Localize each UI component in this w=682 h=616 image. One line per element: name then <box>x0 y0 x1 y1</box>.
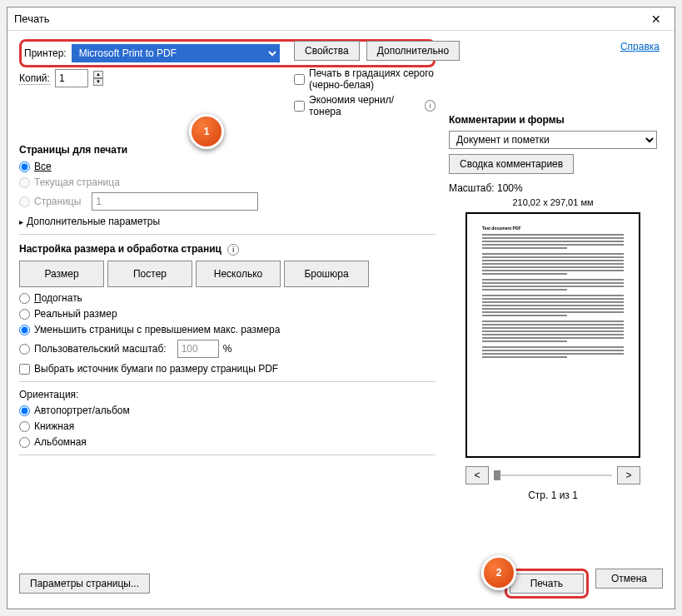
fit-radio[interactable] <box>19 293 30 304</box>
orient-landscape-radio[interactable] <box>19 437 30 448</box>
choose-source-label: Выбрать источник бумаги по размеру стран… <box>34 363 278 375</box>
cancel-button[interactable]: Отмена <box>595 569 663 589</box>
orient-portrait-radio[interactable] <box>19 421 30 432</box>
actual-radio[interactable] <box>19 309 30 320</box>
help-link[interactable]: Справка <box>620 41 660 52</box>
info-icon[interactable]: i <box>425 100 436 112</box>
pages-all-radio[interactable] <box>19 161 30 172</box>
callout-2: 2 <box>481 555 516 590</box>
page-info: Стр. 1 из 1 <box>449 489 657 501</box>
printer-select[interactable]: Microsoft Print to PDF <box>72 44 280 62</box>
custom-label: Пользовательский масштаб: <box>34 343 167 355</box>
grayscale-label: Печать в градациях серого (черно-белая) <box>309 67 436 91</box>
shrink-label: Уменьшить страницы с превышением макс. р… <box>34 324 280 335</box>
properties-button[interactable]: Свойства <box>294 41 360 61</box>
custom-scale-input[interactable] <box>177 340 219 358</box>
comments-summary-button[interactable]: Сводка комментариев <box>449 154 574 174</box>
orient-landscape-label: Альбомная <box>34 436 87 448</box>
preview-scale: Масштаб: 100% <box>449 182 657 194</box>
prev-page-button[interactable]: < <box>465 466 489 484</box>
copies-label: Копий: <box>19 72 50 85</box>
booklet-button[interactable]: Брошюра <box>284 261 369 287</box>
orient-portrait-label: Книжная <box>34 420 74 432</box>
size-button[interactable]: Размер <box>19 261 104 287</box>
shrink-radio[interactable] <box>19 325 30 335</box>
pages-range-label: Страницы <box>34 196 81 207</box>
info-icon[interactable]: i <box>227 244 239 256</box>
fit-label: ППодогнатьодогнать <box>34 292 82 304</box>
comments-select[interactable]: Документ и пометки <box>449 131 657 149</box>
bottom-bar: Параметры страницы... Печать Отмена <box>19 569 663 599</box>
poster-button[interactable]: Постер <box>107 261 192 287</box>
more-params-toggle[interactable]: Дополнительные параметры <box>19 216 436 227</box>
preview-page: Test document PDF <box>465 212 640 458</box>
page-slider[interactable] <box>494 474 612 476</box>
print-dialog: Печать ✕ Справка Принтер: Microsoft Prin… <box>7 7 675 609</box>
sizing-title: Настройка размера и обработка страниц i <box>19 243 436 256</box>
percent-label: % <box>223 343 232 355</box>
print-button[interactable]: Печать <box>510 574 584 594</box>
left-panel: Принтер: Microsoft Print to PDF Свойства… <box>19 39 436 506</box>
preview-doc-title: Test document PDF <box>482 226 624 231</box>
advanced-button[interactable]: Дополнительно <box>366 41 460 61</box>
actual-label: Реальный размер <box>34 308 117 320</box>
preview-dims: 210,02 x 297,01 мм <box>449 197 657 207</box>
printer-label: Принтер: <box>24 47 67 59</box>
next-page-button[interactable]: > <box>617 466 640 484</box>
orient-auto-label: Автопортрет/альбом <box>34 405 130 416</box>
grayscale-checkbox[interactable] <box>294 74 305 85</box>
comments-title: Комментарии и формы <box>449 114 657 126</box>
pages-current-radio <box>19 177 30 188</box>
saveink-checkbox[interactable] <box>294 101 305 112</box>
choose-source-checkbox[interactable] <box>19 364 30 375</box>
pages-current-label: Текущая страница <box>34 176 120 188</box>
multiple-button[interactable]: Несколько <box>196 261 281 287</box>
right-panel: Комментарии и формы Документ и пометки С… <box>449 39 657 506</box>
titlebar: Печать ✕ <box>7 7 675 31</box>
print-button-highlight: Печать <box>505 569 589 599</box>
copies-spinner[interactable]: ▲▼ <box>93 71 103 86</box>
pages-title: Страницы для печати <box>19 144 436 156</box>
pages-range-input[interactable] <box>92 192 258 211</box>
orientation-title: Ориентация: <box>19 389 436 400</box>
custom-radio[interactable] <box>19 344 30 355</box>
saveink-label: Экономия чернил/тонера <box>309 94 417 117</box>
pages-all-label: Все <box>34 161 52 172</box>
pages-range-radio <box>19 196 30 207</box>
orient-auto-radio[interactable] <box>19 405 30 416</box>
dialog-title: Печать <box>14 12 645 25</box>
page-setup-button[interactable]: Параметры страницы... <box>19 574 150 594</box>
copies-input[interactable] <box>55 69 88 87</box>
close-icon[interactable]: ✕ <box>645 9 668 29</box>
callout-1: 1 <box>189 114 224 149</box>
